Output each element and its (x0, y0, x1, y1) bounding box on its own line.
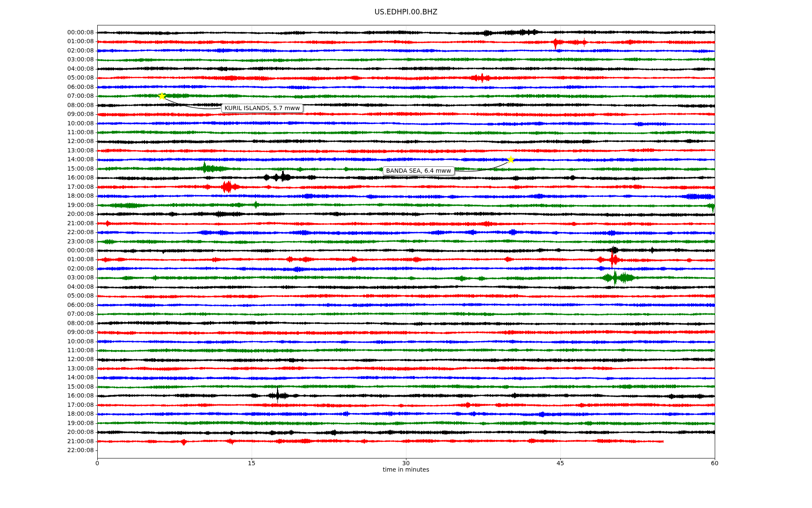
y-tick-label: 07:00:08 (0, 311, 94, 317)
y-tick-label: 05:00:08 (0, 293, 94, 299)
x-axis-label: time in minutes (97, 466, 715, 473)
x-tick-label: 45 (548, 460, 573, 467)
y-tick-label: 09:00:08 (0, 111, 94, 117)
y-tick-label: 12:00:08 (0, 138, 94, 144)
y-tick-label: 15:00:08 (0, 384, 94, 390)
y-tick-label: 18:00:08 (0, 411, 94, 417)
y-tick-label: 22:00:08 (0, 229, 94, 235)
x-tick-label: 15 (239, 460, 264, 467)
event-star-icon (156, 91, 167, 102)
seismogram-canvas (0, 0, 812, 508)
y-tick-label: 12:00:08 (0, 356, 94, 362)
y-tick-label: 18:00:08 (0, 193, 94, 199)
x-tick-label: 60 (702, 460, 727, 467)
y-tick-label: 03:00:08 (0, 56, 94, 63)
x-tick-label: 0 (85, 460, 110, 467)
y-tick-label: 15:00:08 (0, 166, 94, 172)
y-tick-label: 07:00:08 (0, 93, 94, 99)
y-tick-label: 13:00:08 (0, 147, 94, 154)
plot-title: US.EDHPI.00.BHZ (97, 8, 715, 16)
y-tick-label: 08:00:08 (0, 320, 94, 326)
y-tick-label: 02:00:08 (0, 47, 94, 54)
y-tick-label: 13:00:08 (0, 365, 94, 372)
y-tick-label: 23:00:08 (0, 238, 94, 245)
y-tick-label: 11:00:08 (0, 347, 94, 353)
helicorder-figure: US.EDHPI.00.BHZ time in minutes 00:00:08… (0, 0, 812, 508)
y-tick-label: 11:00:08 (0, 129, 94, 135)
event-annotation-label: BANDA SEA, 6.4 mww (383, 166, 455, 175)
y-tick-label: 10:00:08 (0, 120, 94, 127)
y-tick-label: 14:00:08 (0, 156, 94, 163)
event-star-icon (505, 154, 516, 165)
y-tick-label: 17:00:08 (0, 184, 94, 190)
y-tick-label: 01:00:08 (0, 38, 94, 44)
x-tick-label: 30 (393, 460, 419, 467)
y-tick-label: 20:00:08 (0, 429, 94, 435)
y-tick-label: 22:00:08 (0, 447, 94, 453)
y-tick-label: 00:00:08 (0, 29, 94, 36)
y-tick-label: 01:00:08 (0, 256, 94, 262)
y-tick-label: 19:00:08 (0, 202, 94, 208)
y-tick-label: 21:00:08 (0, 438, 94, 444)
y-tick-label: 08:00:08 (0, 102, 94, 108)
event-annotation-label: KURIL ISLANDS, 5.7 mww (221, 104, 303, 113)
y-tick-label: 19:00:08 (0, 420, 94, 426)
y-tick-label: 16:00:08 (0, 392, 94, 399)
y-tick-label: 14:00:08 (0, 374, 94, 381)
y-tick-label: 06:00:08 (0, 302, 94, 308)
y-tick-label: 04:00:08 (0, 284, 94, 290)
y-tick-label: 20:00:08 (0, 211, 94, 217)
y-tick-label: 17:00:08 (0, 402, 94, 408)
y-tick-label: 09:00:08 (0, 329, 94, 335)
y-tick-label: 16:00:08 (0, 174, 94, 181)
y-tick-label: 10:00:08 (0, 338, 94, 345)
y-tick-label: 21:00:08 (0, 220, 94, 226)
y-tick-label: 05:00:08 (0, 75, 94, 81)
y-tick-label: 03:00:08 (0, 274, 94, 281)
y-tick-label: 04:00:08 (0, 66, 94, 72)
y-tick-label: 02:00:08 (0, 265, 94, 272)
y-tick-label: 00:00:08 (0, 247, 94, 254)
y-tick-label: 06:00:08 (0, 84, 94, 90)
